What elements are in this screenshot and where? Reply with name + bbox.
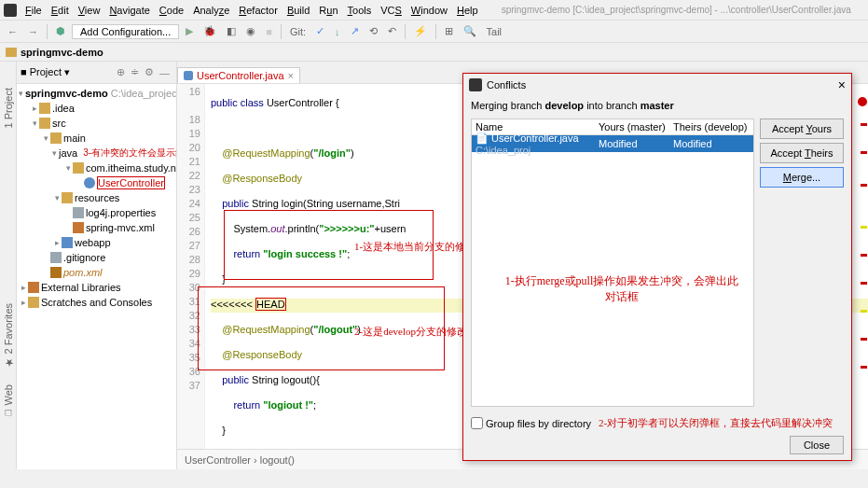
conflict-row[interactable]: 📄 UserController.java C:\idea_proj Modif… xyxy=(472,135,753,152)
project-selector[interactable]: ■ Project ▾ xyxy=(21,66,70,78)
dialog-subtitle: Merging branch develop into branch maste… xyxy=(463,96,851,115)
back-button[interactable]: ← xyxy=(4,23,21,40)
forward-button[interactable]: → xyxy=(24,23,42,40)
menu-run[interactable]: Run xyxy=(314,5,342,16)
settings-icon[interactable]: ⚙ xyxy=(142,66,157,78)
menu-analyze[interactable]: Analyze xyxy=(188,5,234,16)
close-button[interactable]: Close xyxy=(790,436,844,454)
close-icon[interactable]: × xyxy=(838,77,846,92)
line-gutter: 16 1819202122232425262728293031323334353… xyxy=(177,84,205,449)
bc-class[interactable]: UserController xyxy=(185,454,251,466)
settings-button[interactable]: ⚡ xyxy=(410,23,431,40)
project-pane: ■ Project ▾ ⊕ ≑ ⚙ — ▾springmvc-demo C:\i… xyxy=(17,62,177,469)
breadcrumb-bar: springmvc-demo xyxy=(0,43,868,62)
window-title: springmvc-demo [C:\idea_project\springmv… xyxy=(497,5,856,15)
class-icon xyxy=(184,71,193,80)
bc-method[interactable]: logout() xyxy=(260,454,295,466)
menu-view[interactable]: View xyxy=(74,5,105,16)
tab-web[interactable]: □ Web xyxy=(3,384,14,419)
tree-usercontroller[interactable]: UserController xyxy=(97,176,165,189)
run-config-dropdown[interactable]: Add Configuration... xyxy=(72,24,179,39)
dialog-titlebar[interactable]: Conflicts × xyxy=(463,74,851,96)
group-by-dir-checkbox[interactable]: Group files by directory xyxy=(471,417,591,429)
git-push-icon[interactable]: ↗ xyxy=(347,23,363,40)
tab-usercontroller[interactable]: UserController.java × xyxy=(177,67,300,83)
tab-project[interactable]: 1 Project xyxy=(3,88,14,128)
coverage-icon[interactable]: ◧ xyxy=(223,23,240,40)
stop-icon[interactable]: ■ xyxy=(262,23,276,40)
git-label: Git: xyxy=(286,23,310,40)
left-gutter-tabs: 1 Project ★ 2 Favorites □ Web xyxy=(0,62,17,469)
tail-label: Tail xyxy=(483,23,506,40)
menu-refactor[interactable]: Refactor xyxy=(234,5,282,16)
close-tab-icon[interactable]: × xyxy=(288,70,294,81)
toolbar: ← → ⬢ Add Configuration... ▶ 🐞 ◧ ◉ ■ Git… xyxy=(0,21,868,43)
accept-yours-button[interactable]: Accept Yours xyxy=(760,119,844,139)
dialog-icon xyxy=(469,78,482,91)
menu-edit[interactable]: Edit xyxy=(47,5,74,16)
menu-vcs[interactable]: VCS xyxy=(376,5,406,16)
git-revert-icon[interactable]: ↶ xyxy=(384,23,400,40)
menu-file[interactable]: File xyxy=(21,5,47,16)
git-commit-icon[interactable]: ↓ xyxy=(331,23,344,40)
menu-build[interactable]: Build xyxy=(282,5,314,16)
hide-icon[interactable]: — xyxy=(157,67,172,78)
tab-favorites[interactable]: ★ 2 Favorites xyxy=(2,303,14,369)
git-history-icon[interactable]: ⟲ xyxy=(365,23,381,40)
menu-tools[interactable]: Tools xyxy=(343,5,377,16)
merge-button[interactable]: Merge... xyxy=(760,167,844,188)
folder-icon xyxy=(6,48,17,57)
menu-help[interactable]: Help xyxy=(452,5,483,16)
project-header: ■ Project ▾ ⊕ ≑ ⚙ — xyxy=(17,62,176,84)
accept-theirs-button[interactable]: Accept Theirs xyxy=(760,143,844,163)
menu-window[interactable]: Window xyxy=(406,5,452,16)
debug-icon[interactable]: 🐞 xyxy=(200,23,220,40)
collapse-icon[interactable]: ≑ xyxy=(128,66,142,78)
conflicts-dialog: Conflicts × Merging branch develop into … xyxy=(462,73,852,461)
structure-icon[interactable]: ⊞ xyxy=(441,23,457,40)
scroll-from-icon[interactable]: ⊕ xyxy=(114,66,128,78)
profile-icon[interactable]: ◉ xyxy=(242,23,259,40)
project-tree[interactable]: ▾springmvc-demo C:\idea_project ▸.idea ▾… xyxy=(17,84,176,469)
crumb-project[interactable]: springmvc-demo xyxy=(21,47,103,58)
run-icon[interactable]: ▶ xyxy=(182,23,197,40)
search-icon[interactable]: 🔍 xyxy=(460,23,480,40)
hammer-icon[interactable]: ⬢ xyxy=(52,23,69,40)
menu-code[interactable]: Code xyxy=(155,5,188,16)
menu-navigate[interactable]: Navigate xyxy=(104,5,154,16)
menu-bar: File Edit View Navigate Code Analyze Ref… xyxy=(0,0,868,21)
error-stripe[interactable] xyxy=(859,95,868,459)
app-icon xyxy=(4,4,17,17)
conflict-list[interactable]: Name Yours (master) Theirs (develop) 📄 U… xyxy=(471,119,754,407)
git-update-icon[interactable]: ✓ xyxy=(312,23,328,40)
